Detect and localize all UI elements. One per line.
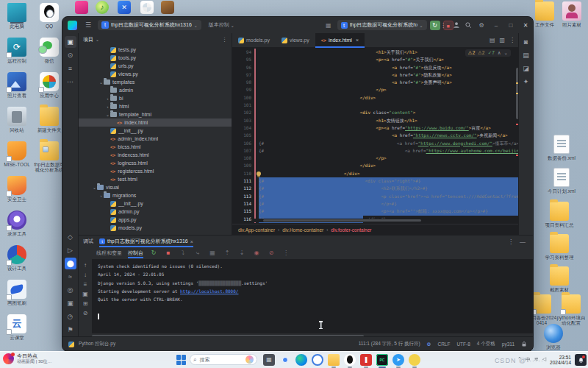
step-into-icon[interactable]: ⤷	[193, 250, 202, 257]
up-stack-icon[interactable]: ⇡	[223, 250, 232, 256]
tree-item[interactable]: admin.py	[79, 208, 232, 216]
prev-problem-icon[interactable]: ∧	[498, 50, 501, 56]
desktop-icon-purple[interactable]: 录屏工具	[1, 210, 32, 236]
desktop-icon-rings[interactable]: 应用中心	[34, 72, 65, 98]
ime-indicator-icon[interactable]: 中	[526, 356, 531, 364]
desktop-icon-shield2[interactable]: 安全卫士	[1, 176, 32, 202]
restore-layout-icon[interactable]: ▦	[208, 250, 217, 256]
scroll-to-end-icon[interactable]: ▣	[82, 291, 88, 297]
tree-item[interactable]: urls.py	[79, 62, 232, 70]
editor-layout-icon[interactable]: ▥	[499, 37, 505, 43]
scrollbar-thumb[interactable]	[263, 219, 421, 222]
profiler-icon[interactable]: ◷	[65, 311, 76, 322]
desktop-icon-remote[interactable]: 远程控制	[1, 38, 32, 63]
desktop-icon-sphere[interactable]: 浏览器	[538, 324, 569, 350]
run-icon[interactable]: ▷	[65, 244, 76, 256]
tree-item[interactable]: <>registercss.html	[79, 167, 232, 175]
tab-models.py[interactable]: models.py	[232, 33, 276, 47]
tree-item[interactable]: ›migrations	[79, 191, 232, 199]
clock[interactable]: 23:51 2024/4/14	[550, 355, 571, 366]
rerun-icon[interactable]: ↻	[149, 250, 158, 256]
tree-item[interactable]: models.py	[79, 224, 232, 232]
tab-close-icon[interactable]: ×	[356, 38, 359, 43]
tree-item[interactable]: <>admin_index.html	[79, 135, 232, 143]
debug-more-icon[interactable]: ⋮	[508, 238, 514, 245]
clear-console-icon[interactable]: ⊘	[83, 310, 88, 316]
breadcrumb-item[interactable]: div.Home-container	[282, 227, 323, 233]
debug-tab[interactable]: t thp日志数据可视化分析系统hx1316 ×	[99, 236, 193, 247]
tree-arrow-icon[interactable]: ›	[105, 96, 110, 101]
tree-arrow-icon[interactable]: ›	[105, 105, 110, 109]
notifications-icon[interactable]: ◙	[520, 36, 532, 48]
debug-icon[interactable]: ⬤	[65, 258, 76, 269]
status-left[interactable]: Python 控制台.py	[79, 341, 115, 347]
desktop-icon-recycle[interactable]: 回收站	[1, 107, 32, 132]
caret-position[interactable]: 111:1 (284 字符, 5 行 换行符)	[359, 341, 420, 347]
gradle-icon[interactable]: ◪	[520, 63, 532, 74]
services-icon[interactable]: ≈	[65, 271, 76, 283]
desktop-icon-doc[interactable]: 数据备份.xml	[546, 135, 577, 160]
edge-icon[interactable]	[295, 354, 307, 366]
tree-item[interactable]: __init__.py	[79, 127, 232, 135]
notification-bell-icon[interactable]	[575, 354, 587, 366]
volume-icon[interactable]: ◁	[542, 356, 546, 364]
search-icon[interactable]	[462, 21, 474, 29]
desktop-icon-qq[interactable]: QQ	[34, 3, 65, 29]
tree-arrow-icon[interactable]: ⌄	[92, 185, 97, 190]
encoding[interactable]: UTF-8	[456, 342, 470, 347]
project-panel-more-icon[interactable]: ⋮	[222, 37, 227, 43]
print-icon[interactable]: ⊞	[83, 300, 88, 307]
terminal-icon[interactable]: ▣	[65, 297, 76, 309]
desktop-icon-photos[interactable]: 照片查看	[1, 72, 32, 98]
next-problem-icon[interactable]: ⌄	[504, 50, 508, 56]
commit-icon[interactable]: ⊙	[65, 49, 76, 61]
tree-item[interactable]: ⌄templates	[79, 78, 232, 86]
tree-item[interactable]: <>bicss.html	[79, 143, 232, 151]
debug-hide-icon[interactable]: —	[520, 238, 526, 245]
mute-breakpoints-icon[interactable]: ⊘	[267, 250, 276, 256]
tree-item[interactable]: <>indexcss.html	[79, 151, 232, 159]
split-editor-icon[interactable]: ▤	[490, 37, 495, 43]
qq-icon[interactable]	[344, 354, 356, 366]
desktop-icon-folder[interactable]: 项目资料汇总	[544, 202, 575, 227]
desktop-icon-person[interactable]: 照片素材	[556, 1, 587, 27]
console-link[interactable]: http://localhost:8000/	[180, 289, 238, 294]
tree-item[interactable]: ›html	[79, 102, 232, 110]
vcs-widget[interactable]: 版本控制 ⌄	[209, 21, 234, 29]
tree-item[interactable]: <>logincss.html	[79, 159, 232, 167]
run-options-icon[interactable]: ▦	[326, 22, 331, 29]
up-occurrence-icon[interactable]: ↑	[84, 262, 87, 269]
minimize-button[interactable]: –	[489, 22, 503, 29]
tree-arrow-icon[interactable]: ⌄	[98, 79, 104, 85]
desktop-icon-shield[interactable]: MISE-TOOL	[1, 141, 32, 167]
more-tools-icon[interactable]: ⋯	[65, 76, 76, 88]
stop-icon[interactable]: ■	[164, 250, 173, 256]
more-actions-icon[interactable]: ⋮	[436, 22, 451, 29]
tree-item[interactable]: tools.py	[79, 54, 232, 62]
line-ending[interactable]: CRLF	[437, 342, 450, 347]
desktop-icon-pc[interactable]: 此电脑	[1, 3, 32, 29]
desktop-icon-wechat[interactable]: 微信	[34, 38, 65, 63]
hamburger-menu-icon[interactable]: ☰	[82, 21, 95, 29]
todo-icon[interactable]: ⚑	[65, 324, 76, 336]
ai-assistant-icon[interactable]: ✦	[520, 76, 532, 88]
tree-item[interactable]: ⌄visual	[79, 183, 232, 191]
breadcrumb-item[interactable]: div.App-container	[238, 227, 275, 233]
tree-item[interactable]: views.py	[79, 70, 232, 78]
intention-bulb-icon[interactable]	[257, 171, 261, 176]
tab-views.py[interactable]: views.py	[276, 33, 315, 47]
desktop-icon-brush[interactable]: 画图笔刷	[1, 280, 32, 305]
baidu-disk-icon[interactable]	[409, 354, 420, 366]
tab-index.html[interactable]: <>index.html×	[315, 33, 365, 47]
editor-horizontal-scrollbar[interactable]	[254, 219, 514, 222]
tree-arrow-icon[interactable]: ⌄	[105, 112, 110, 117]
game-icon[interactable]	[161, 1, 174, 14]
desktop-icon-folder[interactable]: python环境自动化配置	[556, 294, 587, 325]
downloader-icon[interactable]	[118, 1, 131, 14]
quark-icon[interactable]	[312, 354, 323, 366]
soft-wrap-icon[interactable]: ≡	[84, 281, 87, 288]
run-config-selector[interactable]: t thp日志数据可视化分析系统hx1316 ⌄	[337, 20, 427, 30]
console-more-icon[interactable]: ⋮	[282, 250, 290, 256]
interpreter[interactable]: py311	[502, 342, 514, 347]
settings-gear-icon[interactable]: ⚙	[474, 22, 489, 29]
